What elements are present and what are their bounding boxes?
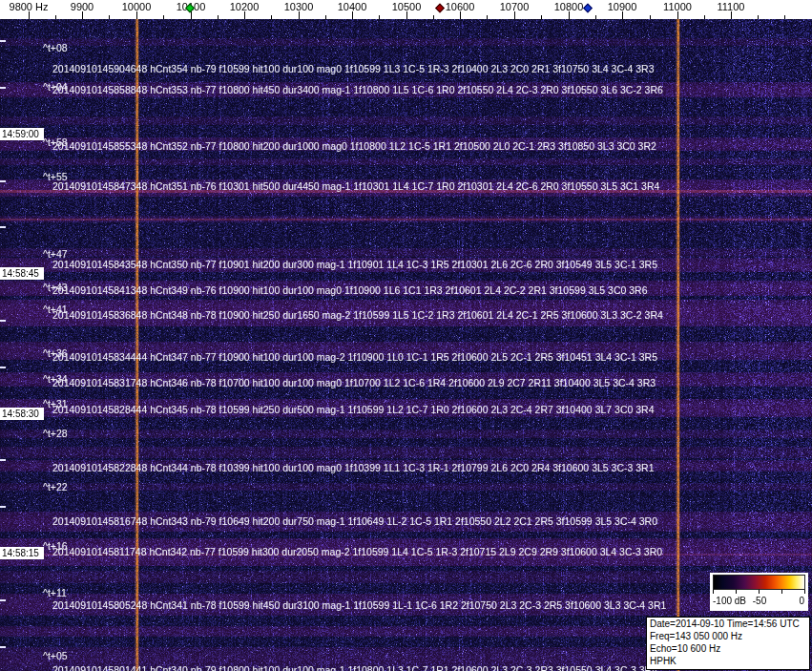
time-axis-tick xyxy=(0,180,6,182)
time-axis-tick xyxy=(0,367,6,368)
color-scale-labels: -100 dB -50 0 xyxy=(710,596,808,609)
freq-axis-minor-tick xyxy=(433,15,434,19)
freq-axis-major-tick xyxy=(299,11,300,19)
freq-axis-minor-tick xyxy=(163,15,164,19)
freq-axis-minor-tick xyxy=(379,15,380,19)
amplitude-color-scale: -100 dB -50 0 xyxy=(710,573,808,611)
info-frequency: Freq=143 050 000 Hz xyxy=(650,630,806,642)
time-axis: 14:59:0014:58:4514:58:3014:58:15 xyxy=(0,0,57,671)
time-axis-tick xyxy=(0,226,6,228)
detection-log-line: 20140910145836848 hCnt348 nb-78 f10900 h… xyxy=(52,309,663,321)
color-scale-min-label: -100 dB xyxy=(713,596,746,606)
detection-log-line: 20140910145904648 hCnt354 nb-79 f10599 h… xyxy=(52,63,655,74)
color-scale-mid-label: -50 xyxy=(753,596,766,606)
status-info-box: Date=2014-09-10 Time=14:56 UTC Freq=143 … xyxy=(646,617,810,670)
freq-axis-minor-tick xyxy=(758,15,759,19)
waterfall-display: ^t+0820140910145904648 hCnt354 nb-79 f10… xyxy=(0,0,812,671)
freq-axis-minor-tick xyxy=(541,15,542,19)
time-axis-label: 14:59:00 xyxy=(0,128,44,140)
freq-axis-major-tick xyxy=(514,11,515,19)
detection-log-line: 20140910145801441 hCnt340 nb-79 f10800 h… xyxy=(52,664,657,671)
detection-log-line: 20140910145816748 hCnt343 nb-79 f10649 h… xyxy=(52,515,657,527)
info-echo-frequency: Echo=10 600 Hz xyxy=(650,642,806,655)
freq-axis-major-tick xyxy=(569,11,570,19)
detection-log-line: 20140910145822848 hCnt344 nb-78 f10399 h… xyxy=(52,462,655,473)
freq-axis-minor-tick xyxy=(595,15,596,19)
time-axis-tick xyxy=(0,40,6,42)
time-axis-tick xyxy=(0,320,6,322)
freq-axis-minor-tick xyxy=(704,15,705,19)
freq-axis-minor-tick xyxy=(650,15,651,19)
freq-axis-major-tick xyxy=(460,11,461,19)
freq-axis-minor-tick xyxy=(109,15,110,19)
detection-log-line: 20140910145841348 hCnt349 nb-76 f10900 h… xyxy=(52,284,648,296)
detection-log-line: 20140910145828444 hCnt345 nb-78 f10599 h… xyxy=(52,404,655,415)
time-axis-label: 14:58:15 xyxy=(0,547,44,559)
detection-log-line: 20140910145811748 hCnt342 nb-77 f10599 h… xyxy=(52,546,662,557)
freq-axis-major-tick xyxy=(677,11,678,19)
blue-frequency-marker[interactable] xyxy=(583,4,593,13)
freq-axis-major-tick xyxy=(191,11,192,19)
time-axis-tick xyxy=(0,459,6,461)
detection-log-layer: ^t+0820140910145904648 hCnt354 nb-79 f10… xyxy=(0,0,812,671)
frequency-axis: 9800 Hz990010000101001020010300104001050… xyxy=(0,0,812,19)
detection-log-line: 20140910145843548 hCnt350 nb-77 f10901 h… xyxy=(52,259,657,270)
freq-axis-major-tick xyxy=(731,11,732,19)
color-scale-max-label: 0 xyxy=(799,596,804,606)
info-date-time: Date=2014-09-10 Time=14:56 UTC xyxy=(650,618,806,630)
time-axis-label: 14:58:30 xyxy=(0,408,44,420)
freq-axis-major-tick xyxy=(244,11,245,19)
freq-axis-major-tick xyxy=(622,11,623,19)
freq-axis-minor-tick xyxy=(487,15,488,19)
freq-axis-major-tick xyxy=(406,11,407,19)
detection-log-line: 20140910145834444 hCnt347 nb-77 f10900 h… xyxy=(52,351,657,363)
color-scale-ticks xyxy=(713,590,806,594)
freq-axis-minor-tick xyxy=(55,15,56,19)
freq-axis-major-tick xyxy=(29,11,30,19)
freq-axis-minor-tick xyxy=(784,15,785,19)
detection-log-line: 20140910145831748 hCnt346 nb-78 f10700 h… xyxy=(52,377,656,388)
info-station-id: HPHK xyxy=(650,655,806,667)
freq-axis-major-tick xyxy=(82,11,83,19)
color-scale-gradient xyxy=(713,575,805,590)
time-axis-tick xyxy=(0,646,6,648)
red-frequency-marker[interactable] xyxy=(435,4,445,13)
detection-log-line: 20140910145858848 hCnt353 nb-77 f10800 h… xyxy=(52,84,663,95)
freq-axis-minor-tick xyxy=(271,15,272,19)
time-axis-tick xyxy=(0,87,6,89)
detection-log-line: 20140910145847348 hCnt351 nb-76 f10301 h… xyxy=(52,180,659,192)
detection-log-line: 20140910145855348 hCnt352 nb-77 f10800 h… xyxy=(52,140,656,152)
freq-axis-major-tick xyxy=(136,11,137,19)
time-axis-label: 14:58:45 xyxy=(0,267,44,280)
freq-axis-minor-tick xyxy=(218,15,219,19)
time-axis-tick xyxy=(0,599,6,601)
freq-axis-major-tick xyxy=(352,11,353,19)
detection-log-line: 20140910145805248 hCnt341 nb-78 f10599 h… xyxy=(52,599,666,611)
time-axis-tick xyxy=(0,506,6,508)
freq-axis-minor-tick xyxy=(325,15,326,19)
